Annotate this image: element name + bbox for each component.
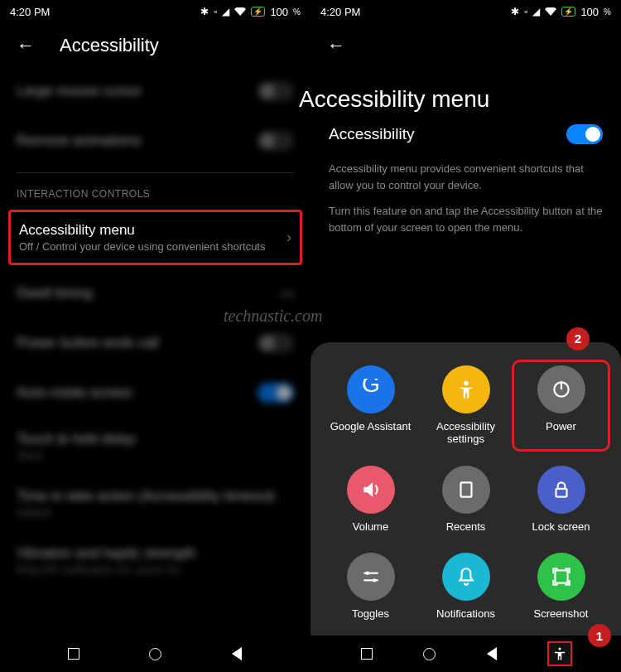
toggle-accessibility-row: Accessibility bbox=[329, 113, 603, 156]
row-touch-hold[interactable]: Touch & hold delay Short bbox=[17, 418, 294, 475]
G-icon: G bbox=[347, 365, 395, 413]
menu-label: Google Assistant bbox=[330, 420, 412, 433]
menu-label: Volume bbox=[353, 520, 388, 534]
settings-content: Large mouse cursor Remove animations INT… bbox=[0, 66, 310, 636]
row-power-ends-call[interactable]: Power button ends call bbox=[17, 318, 294, 368]
toggles-icon bbox=[347, 553, 395, 601]
menu-label: Power bbox=[546, 420, 576, 433]
svg-point-9 bbox=[373, 579, 376, 583]
menu-label: Notifications bbox=[436, 607, 495, 621]
watermark: technastic.com bbox=[224, 307, 322, 326]
status-time: 4:20 PM bbox=[10, 6, 50, 18]
status-icons-battery: ⚡ bbox=[251, 7, 265, 17]
menu-label: Screenshot bbox=[534, 607, 589, 621]
accessibility-menu-panel: 2 GGoogle AssistantAccessibility setting… bbox=[310, 342, 621, 636]
power-icon bbox=[537, 365, 585, 413]
lock-icon bbox=[537, 466, 585, 514]
status-bar-right: 4:20 PM ✱ ▫ ◢ ⚡ 100% bbox=[310, 0, 621, 23]
status-bar: 4:20 PM ✱ ▫ ◢ ⚡ 100% bbox=[0, 0, 310, 23]
status-icons-battery: ⚡ bbox=[561, 7, 575, 17]
accessibility-icon bbox=[552, 646, 567, 661]
recents-icon bbox=[442, 466, 490, 514]
svg-point-1 bbox=[464, 380, 468, 384]
menu-item-accessibility-settings[interactable]: Accessibility settings bbox=[422, 365, 509, 446]
back-button[interactable]: ← bbox=[327, 35, 345, 56]
menu-label: Accessibility settings bbox=[422, 420, 509, 446]
annotation-badge-2: 2 bbox=[566, 327, 590, 351]
menu-label: Recents bbox=[446, 520, 486, 534]
status-icons-wifi bbox=[545, 7, 556, 16]
menu-item-power[interactable]: Power bbox=[512, 360, 610, 452]
nav-home[interactable] bbox=[147, 646, 162, 661]
menu-item-toggles[interactable]: Toggles bbox=[327, 553, 414, 621]
row-vibration[interactable]: Vibration and haptic strength Ring Off, … bbox=[17, 532, 294, 589]
toggle-large-cursor[interactable] bbox=[258, 81, 294, 101]
nav-accessibility-button[interactable] bbox=[547, 641, 572, 666]
status-time: 4:20 PM bbox=[320, 6, 360, 18]
menu-item-screenshot[interactable]: Screenshot bbox=[518, 553, 604, 621]
right-screen: 4:20 PM ✱ ▫ ◢ ⚡ 100% ← Accessibility men… bbox=[310, 0, 621, 672]
toggle-accessibility[interactable] bbox=[566, 124, 603, 144]
toggle-power-ends[interactable] bbox=[258, 333, 294, 353]
nav-home[interactable] bbox=[422, 646, 437, 661]
status-icons-sim: ▫ bbox=[524, 6, 527, 17]
status-battery-pct: 100 bbox=[580, 6, 599, 18]
svg-rect-5 bbox=[556, 489, 566, 497]
row-large-cursor[interactable]: Large mouse cursor bbox=[17, 66, 294, 116]
status-icons-signal: ◢ bbox=[222, 6, 229, 17]
status-icons-bluetooth: ✱ bbox=[511, 6, 519, 17]
accessibility-menu-label: Accessibility menu bbox=[19, 222, 265, 239]
menu-item-google-assistant[interactable]: GGoogle Assistant bbox=[327, 365, 414, 446]
menu-item-volume[interactable]: Volume bbox=[327, 466, 414, 534]
page-title: Accessibility menu bbox=[299, 86, 603, 113]
nav-recents[interactable] bbox=[66, 646, 81, 661]
page-title: Accessibility bbox=[60, 35, 159, 56]
status-icons-signal: ◢ bbox=[532, 6, 540, 17]
back-button[interactable]: ← bbox=[17, 35, 35, 56]
header-right: ← bbox=[310, 23, 621, 66]
toggle-auto-rotate[interactable] bbox=[258, 383, 294, 403]
status-battery-pct: 100 bbox=[270, 6, 288, 18]
section-interaction: INTERACTION CONTROLS bbox=[17, 172, 294, 206]
svg-text:G: G bbox=[362, 379, 380, 397]
row-accessibility-menu[interactable]: Accessibility menu Off / Control your de… bbox=[8, 210, 302, 265]
row-auto-rotate[interactable]: Auto-rotate screen bbox=[17, 368, 294, 418]
annotation-badge-1: 1 bbox=[588, 624, 611, 647]
desc1: Accessibility menu provides convenient s… bbox=[329, 156, 603, 198]
screenshot-icon bbox=[537, 553, 585, 601]
accessibility-menu-sub: Off / Control your device using convenie… bbox=[19, 240, 265, 253]
status-icons-wifi bbox=[234, 7, 246, 16]
svg-point-7 bbox=[365, 572, 368, 575]
nav-recents[interactable] bbox=[359, 646, 374, 661]
svg-point-11 bbox=[559, 648, 561, 650]
nav-back[interactable] bbox=[484, 646, 499, 661]
svg-rect-10 bbox=[555, 571, 567, 583]
nav-back[interactable] bbox=[229, 646, 244, 661]
row-remove-animations[interactable]: Remove animations bbox=[17, 116, 294, 166]
menu-item-recents[interactable]: Recents bbox=[422, 466, 509, 534]
toggle-remove-anim[interactable] bbox=[258, 131, 294, 151]
volume-icon bbox=[347, 466, 395, 514]
nav-bar bbox=[0, 636, 310, 672]
status-icons-bluetooth: ✱ bbox=[200, 6, 209, 17]
row-time-to-action[interactable]: Time to take action (Accessibility timeo… bbox=[17, 475, 294, 532]
toggle-label: Accessibility bbox=[329, 125, 414, 143]
status-icons-sim: ▫ bbox=[214, 6, 217, 17]
person-icon bbox=[442, 365, 490, 413]
chevron-right-icon: › bbox=[286, 229, 291, 246]
nav-bar-right: 1 bbox=[310, 636, 621, 672]
left-screen: 4:20 PM ✱ ▫ ◢ ⚡ 100% ← Accessibility Lar… bbox=[0, 0, 310, 672]
desc2: Turn this feature on and tap the Accessi… bbox=[329, 198, 603, 240]
menu-item-lock-screen[interactable]: Lock screen bbox=[518, 466, 604, 534]
svg-rect-4 bbox=[460, 482, 471, 496]
header: ← Accessibility bbox=[0, 23, 310, 66]
menu-label: Toggles bbox=[352, 607, 389, 621]
bell-icon bbox=[442, 553, 490, 601]
menu-item-notifications[interactable]: Notifications bbox=[422, 553, 509, 621]
menu-label: Lock screen bbox=[532, 520, 590, 534]
